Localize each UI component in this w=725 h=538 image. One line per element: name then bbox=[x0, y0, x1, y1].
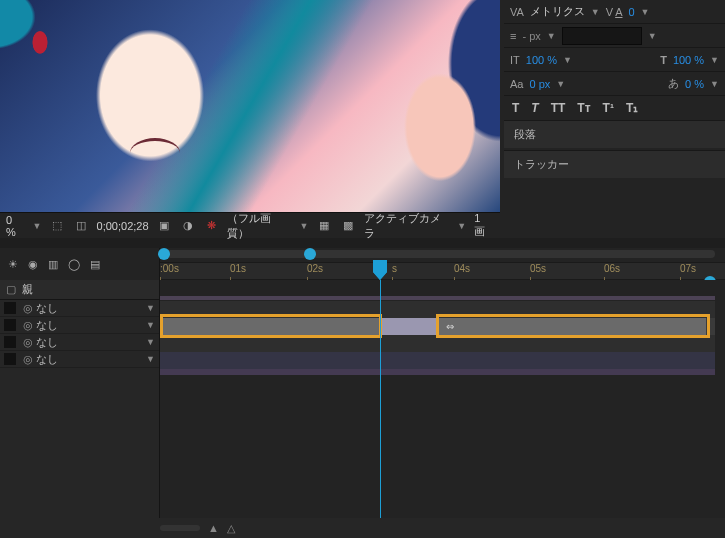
metrics-label: メトリクス bbox=[530, 4, 585, 19]
playhead-line bbox=[380, 280, 381, 538]
ruler-tick: s bbox=[392, 263, 397, 274]
stroke-dropdown[interactable] bbox=[562, 27, 642, 45]
mountain-out-icon[interactable]: △ bbox=[227, 522, 235, 535]
timeline-panel: ☀ ◉ ▥ ◯ ▤ :00s01s02ss04s05s06s07s ▢ 親 ◎な… bbox=[0, 248, 725, 538]
chevron-down-icon[interactable]: ▼ bbox=[591, 7, 600, 17]
parent-value[interactable]: なし bbox=[36, 352, 58, 367]
vscale-value[interactable]: 100 % bbox=[526, 54, 557, 66]
nav-end-handle[interactable] bbox=[304, 248, 316, 260]
type-style-row: T T TT Tт T¹ T₁ bbox=[504, 96, 725, 120]
preview-footer: 0 % ▼ ⬚ ◫ 0;00;02;28 ▣ ◑ ❋ （フル画質） ▼ ▦ ▩ … bbox=[0, 212, 500, 238]
mountain-in-icon[interactable]: ▲ bbox=[208, 522, 219, 534]
clip[interactable] bbox=[382, 318, 436, 335]
panel-tracker[interactable]: トラッカー bbox=[504, 150, 725, 178]
smallcaps-button[interactable]: Tт bbox=[577, 101, 590, 115]
grid-icon[interactable]: ▦ bbox=[316, 218, 332, 234]
zoom-slider[interactable] bbox=[160, 525, 200, 531]
chevron-down-icon[interactable]: ▼ bbox=[457, 221, 466, 231]
quality-label[interactable]: （フル画質） bbox=[227, 211, 291, 241]
time-ruler[interactable]: :00s01s02ss04s05s06s07s bbox=[160, 262, 725, 280]
chevron-down-icon[interactable]: ▼ bbox=[648, 31, 657, 41]
annotation-highlight bbox=[436, 314, 710, 338]
kerning-value[interactable]: 0 bbox=[628, 6, 634, 18]
pickwhip-icon[interactable]: ◎ bbox=[20, 353, 36, 366]
ruler-tick: 06s bbox=[604, 263, 620, 274]
composition-preview[interactable] bbox=[0, 0, 500, 212]
chevron-down-icon[interactable]: ▼ bbox=[146, 354, 155, 364]
circle-icon[interactable]: ◯ bbox=[68, 258, 80, 271]
line-align-icon[interactable]: ≡ bbox=[510, 30, 516, 42]
ruler-tick: 01s bbox=[230, 263, 246, 274]
color-swatch[interactable] bbox=[4, 302, 16, 314]
views-label[interactable]: 1 画 bbox=[474, 212, 494, 239]
track-row[interactable] bbox=[160, 352, 715, 369]
chevron-down-icon[interactable]: ▼ bbox=[146, 337, 155, 347]
parent-value[interactable]: なし bbox=[36, 301, 58, 316]
mask-icon[interactable]: ⬚ bbox=[49, 218, 65, 234]
baseline-icon: Aa bbox=[510, 78, 523, 90]
subscript-button[interactable]: T₁ bbox=[626, 101, 638, 115]
film-icon[interactable]: ▥ bbox=[48, 258, 58, 271]
superscript-button[interactable]: T¹ bbox=[603, 101, 614, 115]
tsume-icon: あ bbox=[668, 76, 679, 91]
vscale-icon: IT bbox=[510, 54, 520, 66]
baseline-value[interactable]: 0 px bbox=[529, 78, 550, 90]
parent-value[interactable]: なし bbox=[36, 318, 58, 333]
ruler-tick: 02s bbox=[307, 263, 323, 274]
layers-header: ▢ 親 bbox=[0, 280, 159, 300]
chevron-down-icon[interactable]: ▼ bbox=[710, 79, 719, 89]
parent-column-label: 親 bbox=[22, 282, 33, 297]
crop-icon[interactable]: ◫ bbox=[73, 218, 89, 234]
layer-row[interactable]: ◎なし▼ bbox=[0, 351, 159, 368]
chevron-down-icon[interactable]: ▼ bbox=[547, 31, 556, 41]
chevron-down-icon[interactable]: ▼ bbox=[146, 303, 155, 313]
chevron-down-icon[interactable]: ▼ bbox=[32, 221, 41, 231]
zoom-value[interactable]: 0 % bbox=[6, 214, 24, 238]
parent-value[interactable]: なし bbox=[36, 335, 58, 350]
hscale-value[interactable]: 100 % bbox=[673, 54, 704, 66]
track-row[interactable] bbox=[160, 369, 715, 375]
sun-icon[interactable]: ☀ bbox=[8, 258, 18, 271]
snapshot-icon[interactable]: ▣ bbox=[157, 218, 173, 234]
camera-icon[interactable]: ◑ bbox=[180, 218, 196, 234]
color-swatch[interactable] bbox=[4, 353, 16, 365]
kerning-icon: VA bbox=[606, 6, 623, 18]
ruler-tick: 04s bbox=[454, 263, 470, 274]
character-panel: VA メトリクス ▼ VA 0 ▼ ≡ - px ▼ ▼ IT 100 % ▼ … bbox=[500, 0, 725, 238]
hscale-icon: T bbox=[660, 54, 667, 66]
color-swatch[interactable] bbox=[4, 336, 16, 348]
camera-label[interactable]: アクティブカメラ bbox=[364, 211, 450, 241]
chevron-down-icon[interactable]: ▼ bbox=[710, 55, 719, 65]
layer-row[interactable]: ◎なし▼ bbox=[0, 300, 159, 317]
allcaps-button[interactable]: TT bbox=[551, 101, 566, 115]
bold-button[interactable]: T bbox=[512, 101, 519, 115]
chevron-down-icon[interactable]: ▼ bbox=[563, 55, 572, 65]
timeline-switches: ☀ ◉ ▥ ◯ ▤ bbox=[0, 248, 160, 280]
timecode[interactable]: 0;00;02;28 bbox=[97, 220, 149, 232]
line-value[interactable]: - px bbox=[522, 30, 540, 42]
ruler-tick: 07s bbox=[680, 263, 696, 274]
panel-paragraph[interactable]: 段落 bbox=[504, 120, 725, 148]
layer-row[interactable]: ◎なし▼ bbox=[0, 334, 159, 351]
cube-icon[interactable]: ▢ bbox=[6, 283, 16, 296]
tracks-area[interactable]: ⇔ bbox=[160, 280, 725, 538]
pickwhip-icon[interactable]: ◎ bbox=[20, 302, 36, 315]
chevron-down-icon[interactable]: ▼ bbox=[300, 221, 309, 231]
ruler-tick: 05s bbox=[530, 263, 546, 274]
timeline-footer: ▲ △ bbox=[0, 518, 725, 538]
eye-icon[interactable]: ◉ bbox=[28, 258, 38, 271]
nav-start-handle[interactable] bbox=[158, 248, 170, 260]
time-navigator[interactable] bbox=[160, 250, 715, 258]
pickwhip-icon[interactable]: ◎ bbox=[20, 336, 36, 349]
clapper-icon[interactable]: ▤ bbox=[90, 258, 100, 271]
color-swatch[interactable] bbox=[4, 319, 16, 331]
channels-icon[interactable]: ▩ bbox=[340, 218, 356, 234]
layer-row[interactable]: ◎なし▼ bbox=[0, 317, 159, 334]
color-icon[interactable]: ❋ bbox=[204, 218, 220, 234]
chevron-down-icon[interactable]: ▼ bbox=[556, 79, 565, 89]
tsume-value[interactable]: 0 % bbox=[685, 78, 704, 90]
italic-button[interactable]: T bbox=[531, 101, 538, 115]
pickwhip-icon[interactable]: ◎ bbox=[20, 319, 36, 332]
chevron-down-icon[interactable]: ▼ bbox=[641, 7, 650, 17]
chevron-down-icon[interactable]: ▼ bbox=[146, 320, 155, 330]
